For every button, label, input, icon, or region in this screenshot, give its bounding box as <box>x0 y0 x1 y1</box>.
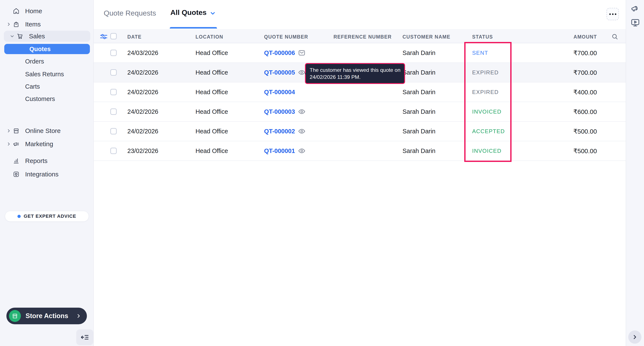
cell-date: 24/02/2026 <box>127 108 158 115</box>
row-checkbox[interactable] <box>110 148 117 154</box>
more-options-button[interactable] <box>606 8 619 20</box>
home-icon <box>13 8 20 15</box>
select-all-checkbox[interactable] <box>110 33 117 40</box>
quote-number-link[interactable]: QT-000003 <box>264 108 295 115</box>
sidebar: Home Items Sales Quotes Orders Sales Ret… <box>0 0 94 346</box>
store-actions-label: Store Actions <box>26 312 68 320</box>
column-header-date[interactable]: DATE <box>127 34 142 40</box>
main-content: Quote Requests All Quotes DATE LOCATION … <box>94 0 626 346</box>
cell-amount: ₹400.00 <box>573 88 597 96</box>
envelope-icon[interactable] <box>298 49 306 57</box>
status-badge: SENT <box>472 50 488 56</box>
quote-number-link[interactable]: QT-000002 <box>264 128 295 135</box>
cell-quote-number: QT-000006 <box>264 49 306 57</box>
right-rail <box>626 0 644 346</box>
sidebar-item-quotes[interactable]: Quotes <box>4 44 90 54</box>
sidebar-item-reports[interactable]: Reports <box>0 155 94 167</box>
sidebar-item-orders[interactable]: Orders <box>0 55 94 67</box>
filter-icon[interactable] <box>100 33 108 41</box>
store-icon <box>9 310 21 322</box>
chevron-right-icon <box>76 313 81 319</box>
cell-location: Head Office <box>196 128 228 135</box>
cell-customer-name: Sarah Darin <box>402 108 436 115</box>
tab-quote-requests[interactable]: Quote Requests <box>104 9 156 17</box>
cell-quote-number: QT-000003 <box>264 108 306 116</box>
chevron-right-icon <box>6 22 11 27</box>
cell-date: 23/02/2026 <box>127 147 158 154</box>
cell-location: Head Office <box>196 69 228 76</box>
quote-number-link[interactable]: QT-000006 <box>264 50 295 57</box>
table-row[interactable]: 24/03/2026 Head Office QT-000006 Sarah D… <box>94 43 626 63</box>
sidebar-item-marketing[interactable]: Marketing <box>0 138 94 150</box>
sidebar-item-label: Sales Returns <box>25 71 64 78</box>
sidebar-item-label: Sales <box>29 33 45 40</box>
bar-chart-icon <box>13 157 20 164</box>
cell-amount: ₹700.00 <box>573 69 597 76</box>
search-icon[interactable] <box>611 33 618 40</box>
collapse-sidebar-button[interactable] <box>76 329 93 345</box>
sidebar-item-sales[interactable]: Sales <box>4 31 90 42</box>
quote-number-link[interactable]: QT-000004 <box>264 89 295 96</box>
sidebar-item-sales-returns[interactable]: Sales Returns <box>0 68 94 80</box>
row-checkbox[interactable] <box>110 128 117 134</box>
cell-quote-number: QT-000005 <box>264 69 306 76</box>
quote-number-link[interactable]: QT-000005 <box>264 69 295 76</box>
sidebar-item-online-store[interactable]: Online Store <box>0 125 94 137</box>
chevron-right-icon <box>6 129 11 133</box>
row-checkbox[interactable] <box>110 69 117 76</box>
sidebar-item-home[interactable]: Home <box>0 5 94 17</box>
row-checkbox[interactable] <box>110 89 117 95</box>
cell-amount: ₹600.00 <box>573 108 597 116</box>
status-badge: INVOICED <box>472 148 502 154</box>
status-badge: EXPIRED <box>472 89 499 96</box>
table-row[interactable]: 23/02/2026 Head Office QT-000001 Sarah D… <box>94 141 626 161</box>
cell-amount: ₹500.00 <box>573 128 597 135</box>
cell-date: 24/02/2026 <box>127 69 158 76</box>
status-badge: ACCEPTED <box>472 128 505 135</box>
row-checkbox[interactable] <box>110 50 117 56</box>
blue-dot-icon <box>18 215 21 218</box>
cell-amount: ₹500.00 <box>573 147 597 155</box>
bag-icon <box>13 21 20 28</box>
tab-all-quotes[interactable]: All Quotes <box>170 8 216 17</box>
column-header-customer-name[interactable]: CUSTOMER NAME <box>402 34 450 40</box>
announcements-megaphone-icon[interactable] <box>630 4 640 13</box>
column-header-quote-number[interactable]: QUOTE NUMBER <box>264 34 308 40</box>
eye-icon[interactable] <box>298 127 306 135</box>
table-row[interactable]: 24/02/2026 Head Office QT-000002 Sarah D… <box>94 122 626 141</box>
eye-icon[interactable] <box>298 108 306 116</box>
store-actions-button[interactable]: Store Actions <box>6 308 87 324</box>
sidebar-item-label: Online Store <box>25 127 61 134</box>
cell-location: Head Office <box>196 50 228 57</box>
tooltip-line1: The customer has viewed this quote on <box>310 67 400 74</box>
storefront-icon <box>13 127 20 134</box>
plug-icon <box>13 171 20 178</box>
table-rows: 24/03/2026 Head Office QT-000006 Sarah D… <box>94 43 626 161</box>
get-expert-advice-label: GET EXPERT ADVICE <box>24 213 76 219</box>
expand-panel-button[interactable] <box>628 330 642 344</box>
table-row[interactable]: 24/02/2026 Head Office QT-000004 Sarah D… <box>94 83 626 102</box>
quote-number-link[interactable]: QT-000001 <box>264 147 295 154</box>
column-header-reference-number[interactable]: REFERENCE NUMBER <box>334 34 392 40</box>
sidebar-item-label: Quotes <box>30 46 51 53</box>
column-header-amount[interactable]: AMOUNT <box>574 34 597 40</box>
get-expert-advice-button[interactable]: GET EXPERT ADVICE <box>5 211 89 222</box>
sidebar-item-label: Integrations <box>25 171 58 178</box>
video-tutorial-icon[interactable] <box>630 18 640 28</box>
active-tab-underline <box>170 27 217 29</box>
cell-date: 24/02/2026 <box>127 128 158 135</box>
sidebar-item-items[interactable]: Items <box>0 18 94 30</box>
sidebar-item-carts[interactable]: Carts <box>0 81 94 93</box>
sidebar-item-customers[interactable]: Customers <box>0 93 94 105</box>
cell-location: Head Office <box>196 108 228 115</box>
sidebar-item-integrations[interactable]: Integrations <box>0 168 94 180</box>
row-checkbox[interactable] <box>110 108 117 115</box>
collapse-sidebar-icon <box>80 333 89 341</box>
cart-icon <box>16 33 24 40</box>
table-row[interactable]: 24/02/2026 Head Office QT-000003 Sarah D… <box>94 102 626 122</box>
column-header-status[interactable]: STATUS <box>472 34 493 40</box>
cell-customer-name: Sarah Darin <box>402 147 436 154</box>
column-header-location[interactable]: LOCATION <box>196 34 223 40</box>
eye-icon[interactable] <box>298 147 306 155</box>
cell-location: Head Office <box>196 147 228 154</box>
